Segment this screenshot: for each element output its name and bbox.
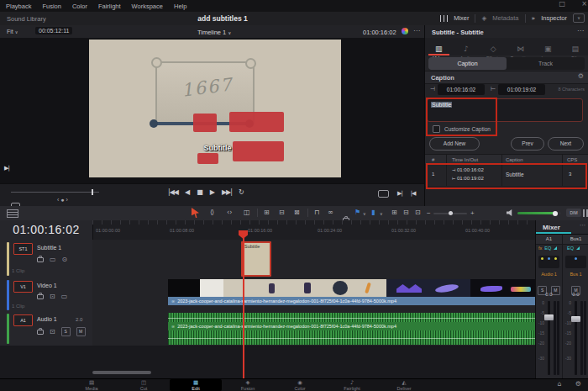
menu-playback[interactable]: Playback — [6, 3, 31, 10]
fader-track[interactable] — [575, 301, 577, 375]
menu-color[interactable]: Color — [72, 3, 87, 10]
match-frame-icon[interactable] — [378, 190, 389, 198]
tab-effects[interactable]: Effects — [480, 38, 507, 55]
video-clip[interactable]: 2023-jack-cooper-and-catalina-sarmiento-… — [168, 279, 535, 305]
settings-gear-icon[interactable] — [575, 381, 581, 388]
gear-icon[interactable] — [578, 73, 584, 80]
page-tab-media[interactable]: Media — [66, 379, 118, 391]
slider-handle[interactable] — [449, 211, 453, 215]
tab-image[interactable]: Image — [534, 38, 562, 55]
solo-button[interactable]: S — [61, 327, 71, 336]
lock-icon[interactable] — [37, 257, 44, 262]
visibility-eye-icon[interactable] — [62, 256, 68, 263]
menu-workspace[interactable]: Workspace — [132, 3, 163, 10]
track-badge-v1[interactable]: V1 — [13, 281, 33, 293]
caption-table-row[interactable]: 1 01:00:16:02 01:00:19:02 Subtitle 3 — [425, 164, 588, 187]
viewer-zoom-slider[interactable] — [11, 192, 99, 193]
chevron-down-icon[interactable] — [363, 212, 366, 216]
page-tab-edit[interactable]: Edit — [170, 379, 222, 391]
dynamic-trim-icon[interactable] — [227, 209, 232, 216]
page-tab-color[interactable]: Color — [274, 379, 326, 391]
caption-out-timecode[interactable]: 01:00:19:02 — [498, 84, 545, 95]
zoom-fit-dropdown[interactable]: Fit — [7, 29, 18, 34]
inspector-toggle-button[interactable]: Inspector — [541, 14, 567, 22]
timeline-zoom-slider[interactable] — [433, 213, 467, 214]
fader-track[interactable] — [548, 301, 550, 375]
customize-caption-checkbox[interactable] — [433, 125, 440, 133]
caption-in-timecode[interactable]: 01:00:16:02 — [438, 84, 485, 95]
flag-icon[interactable] — [354, 209, 360, 216]
zoom-detail-icon[interactable] — [403, 209, 409, 216]
zoom-full-extent-icon[interactable] — [391, 209, 397, 216]
timeline-view-options-icon[interactable] — [7, 209, 18, 218]
subtab-track[interactable]: Track — [507, 57, 585, 70]
go-to-start-button[interactable] — [168, 189, 178, 196]
track-badge-a1[interactable]: A1 — [13, 314, 33, 326]
mixer-channel-a1[interactable]: A1 — [536, 235, 562, 245]
add-new-button[interactable]: Add New — [429, 137, 480, 151]
volume-slider[interactable] — [517, 212, 561, 214]
panel-toggle-icon[interactable] — [583, 209, 588, 217]
selection-tool-icon[interactable] — [192, 208, 199, 218]
track-badge-st1[interactable]: ST1 — [13, 243, 33, 255]
tab-video[interactable]: Video — [425, 38, 453, 55]
page-tab-deliver[interactable]: Deliver — [378, 379, 430, 391]
panel-options-button[interactable] — [573, 13, 585, 23]
playhead-line[interactable] — [243, 230, 244, 378]
jog-control[interactable]: ‹●› — [57, 197, 70, 203]
zoom-out-button[interactable]: − — [427, 209, 431, 217]
stop-button[interactable] — [197, 189, 203, 196]
marker-icon[interactable] — [371, 209, 375, 216]
lock-icon[interactable] — [37, 330, 44, 335]
ruler-scale[interactable]: 01:00:00:00 01:00:08:00 01:00:16:00 01:0… — [92, 220, 535, 240]
auto-select-icon[interactable] — [50, 293, 55, 300]
mark-icon[interactable] — [4, 166, 9, 172]
next-button[interactable]: Next — [548, 137, 584, 151]
track-header-audio[interactable]: A1 Audio 1 2.0 S M — [0, 312, 93, 346]
step-back-button[interactable] — [185, 189, 190, 196]
timeline-selector-dropdown[interactable]: Timeline 1 — [151, 29, 277, 36]
page-tab-fairlight[interactable]: Fairlight — [326, 379, 378, 391]
loop-button[interactable] — [239, 189, 244, 196]
channel-fx-eq[interactable]: EQ — [567, 246, 580, 251]
menu-help[interactable]: Help — [174, 3, 186, 10]
viewer-options-icon[interactable] — [413, 28, 420, 34]
play-button[interactable] — [210, 189, 215, 196]
track-lane-subtitle[interactable]: Subtitle — [92, 240, 535, 279]
subtab-caption[interactable]: Caption — [428, 57, 507, 70]
speaker-icon[interactable] — [507, 209, 513, 216]
dim-button[interactable]: DIM — [566, 209, 581, 217]
timeline-horizontal-scrollbar[interactable] — [92, 371, 151, 374]
auto-select-icon[interactable] — [50, 329, 55, 336]
window-maximize-icon[interactable] — [559, 1, 565, 8]
lock-icon[interactable] — [37, 294, 44, 299]
zoom-in-button[interactable]: + — [470, 209, 475, 217]
tab-file[interactable]: File — [562, 38, 588, 55]
track-header-video[interactable]: V1 Video 1 1 Clip — [0, 278, 93, 313]
timeline-ruler[interactable]: 01:00:16:02 01:00:00:00 01:00:08:00 01:0… — [0, 220, 535, 240]
chevron-down-icon[interactable] — [380, 212, 383, 216]
tab-audio[interactable]: Audio — [453, 38, 480, 55]
fader-handle[interactable] — [544, 314, 554, 320]
razor-tool-icon[interactable] — [244, 209, 250, 216]
subtitle-clip[interactable]: Subtitle — [241, 241, 271, 277]
snapping-icon[interactable] — [314, 209, 319, 216]
window-close-icon[interactable] — [581, 1, 587, 8]
mark-out-icon[interactable] — [411, 191, 416, 197]
track-lane-audio[interactable]: 2023-jack-cooper-and-catalina-sarmiento-… — [92, 312, 535, 346]
track-header-subtitle[interactable]: ST1 Subtitle 1 1 Clip — [0, 240, 93, 279]
inspector-options-icon[interactable] — [577, 28, 584, 34]
mixer-options-icon[interactable] — [580, 223, 585, 229]
mark-in-icon[interactable] — [397, 191, 402, 197]
pan-control[interactable] — [538, 256, 559, 268]
color-wheel-icon[interactable] — [402, 28, 408, 34]
mixer-channel-bus1[interactable]: Bus1 — [563, 235, 588, 245]
linked-selection-icon[interactable] — [328, 209, 333, 216]
go-to-end-button[interactable] — [222, 189, 232, 196]
prev-button[interactable]: Prev — [511, 137, 544, 151]
page-tab-cut[interactable]: Cut — [118, 379, 170, 391]
page-tab-fusion[interactable]: Fusion — [222, 379, 274, 391]
menu-fusion[interactable]: Fusion — [42, 3, 61, 10]
home-icon[interactable] — [558, 381, 562, 388]
channel-fx-eq[interactable]: fx EQ — [538, 246, 557, 251]
